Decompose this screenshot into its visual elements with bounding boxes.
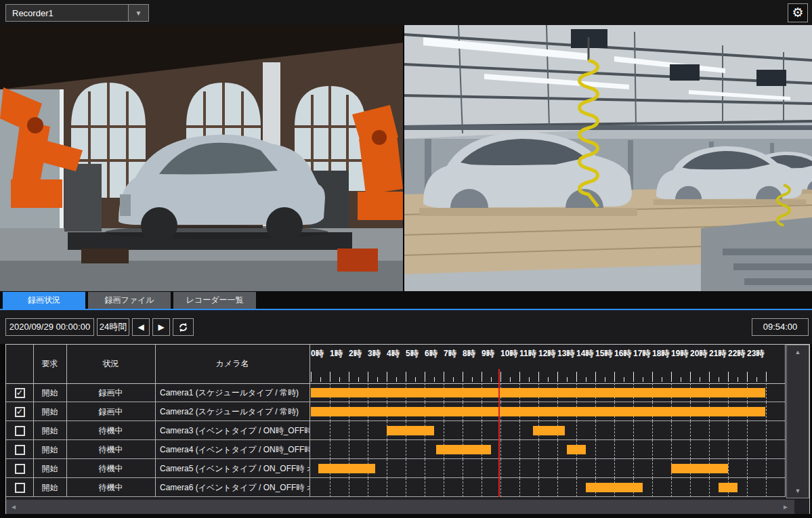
row-timeline xyxy=(309,402,785,421)
row-timeline xyxy=(309,440,785,459)
cell-status: 待機中 xyxy=(66,459,155,478)
hour-label: 16時 xyxy=(614,348,631,360)
hour-label: 21時 xyxy=(709,348,726,360)
scroll-down-icon[interactable]: ▼ xyxy=(787,485,809,496)
recording-bar xyxy=(671,464,728,473)
cell-camera-name: Camera2 (スケジュールタイプ / 常時) xyxy=(155,402,309,421)
scroll-up-icon[interactable]: ▲ xyxy=(787,347,809,358)
recording-bar xyxy=(387,426,434,435)
vertical-scrollbar[interactable]: ▲ ▼ xyxy=(786,345,809,498)
row-checkbox[interactable] xyxy=(15,445,25,455)
table-row[interactable]: 開始待機中Camera5 (イベントタイプ / ON_OFF時 オ xyxy=(6,459,785,478)
column-header-camera: カメラ名 xyxy=(155,345,309,383)
video-area xyxy=(0,25,812,291)
scrollbar-corner xyxy=(794,500,809,514)
top-bar: Recorder1 ▼ ⚙ xyxy=(0,0,812,25)
cell-request: 開始 xyxy=(33,478,66,497)
table-row[interactable]: ✓開始録画中Camera1 (スケジュールタイプ / 常時) xyxy=(6,383,785,402)
row-checkbox[interactable] xyxy=(15,464,25,474)
table-row[interactable]: ✓開始録画中Camera2 (スケジュールタイプ / 常時) xyxy=(6,402,785,421)
column-header-checkbox xyxy=(6,345,33,383)
cell-request: 開始 xyxy=(33,421,66,440)
recording-bar xyxy=(719,483,738,492)
recording-status-table: 要求 状況 カメラ名 0時1時2時3時4時5時6時7時8時9時10時11時12時… xyxy=(5,344,810,514)
gear-icon: ⚙ xyxy=(792,5,803,20)
timeline-toolbar: 2020/09/29 00:00:00 24時間 ◀ ▶ 09:54:00 xyxy=(0,310,812,344)
tab-recording-status[interactable]: 録画状況 xyxy=(3,292,85,309)
hour-label: 8時 xyxy=(463,348,475,360)
timeline-header[interactable]: 0時1時2時3時4時5時6時7時8時9時10時11時12時13時14時15時16… xyxy=(309,345,785,383)
camera-feed-2[interactable] xyxy=(404,25,812,291)
hour-label: 23時 xyxy=(747,348,764,360)
hour-label: 3時 xyxy=(368,348,381,360)
recorder-select[interactable]: Recorder1 ▼ xyxy=(5,4,149,22)
recorder-select-value: Recorder1 xyxy=(6,8,128,18)
hour-label: 18時 xyxy=(652,348,669,360)
scroll-left-icon[interactable]: ◄ xyxy=(10,500,17,514)
hour-label: 22時 xyxy=(728,348,745,360)
scroll-right-icon[interactable]: ► xyxy=(782,500,789,514)
hour-label: 1時 xyxy=(330,348,343,360)
recording-bar xyxy=(533,426,565,435)
refresh-icon xyxy=(177,321,190,334)
row-checkbox[interactable] xyxy=(15,483,25,493)
row-timeline xyxy=(309,478,785,497)
column-header-request: 要求 xyxy=(33,345,66,383)
cell-request: 開始 xyxy=(33,402,66,421)
hour-label: 0時 xyxy=(311,348,324,360)
playhead xyxy=(498,369,500,497)
hour-label: 15時 xyxy=(595,348,612,360)
recording-bar xyxy=(318,464,375,473)
recording-bar xyxy=(567,445,586,454)
row-timeline xyxy=(309,459,785,478)
horizontal-scrollbar[interactable]: ◄ ► xyxy=(6,500,794,514)
cell-status: 録画中 xyxy=(66,383,155,402)
cell-status: 録画中 xyxy=(66,402,155,421)
hour-label: 5時 xyxy=(406,348,419,360)
recording-bar xyxy=(311,407,765,416)
row-checkbox[interactable]: ✓ xyxy=(15,388,25,398)
tabs: 録画状況録画ファイルレコーダー一覧 xyxy=(3,292,256,309)
cell-camera-name: Camera6 (イベントタイプ / ON_OFF時 オ xyxy=(155,478,309,497)
camera-feed-2-image xyxy=(404,25,812,291)
table-row[interactable]: 開始待機中Camera3 (イベントタイプ / ON時_OFF時 xyxy=(6,421,785,440)
hour-label: 9時 xyxy=(482,348,494,360)
hour-label: 4時 xyxy=(387,348,400,360)
settings-button[interactable]: ⚙ xyxy=(788,3,808,22)
cell-camera-name: Camera1 (スケジュールタイプ / 常時) xyxy=(155,383,309,402)
date-display[interactable]: 2020/09/29 00:00:00 xyxy=(5,318,94,336)
cell-camera-name: Camera5 (イベントタイプ / ON_OFF時 オ xyxy=(155,459,309,478)
row-timeline xyxy=(309,421,785,440)
hour-label: 14時 xyxy=(576,348,593,360)
camera-feed-1-image xyxy=(0,25,403,291)
column-header-status: 状況 xyxy=(66,345,155,383)
hour-label: 11時 xyxy=(519,348,536,360)
table-row[interactable]: 開始待機中Camera4 (イベントタイプ / ON時_OFF時 xyxy=(6,440,785,459)
cell-request: 開始 xyxy=(33,383,66,402)
range-24h-button[interactable]: 24時間 xyxy=(97,318,129,336)
cell-camera-name: Camera3 (イベントタイプ / ON時_OFF時 xyxy=(155,421,309,440)
recorder-app-window: Recorder1 ▼ ⚙ xyxy=(0,0,812,518)
recording-bar xyxy=(586,483,643,492)
camera-feed-1[interactable] xyxy=(0,25,403,291)
current-time-display: 09:54:00 xyxy=(752,318,809,336)
table-row[interactable]: 開始待機中Camera6 (イベントタイプ / ON_OFF時 オ xyxy=(6,478,785,497)
hour-label: 13時 xyxy=(557,348,574,360)
tab-recorder-list[interactable]: レコーダー一覧 xyxy=(173,292,256,309)
hour-label: 7時 xyxy=(444,348,456,360)
hour-label: 19時 xyxy=(671,348,688,360)
cell-status: 待機中 xyxy=(66,440,155,459)
row-checkbox[interactable] xyxy=(15,426,25,436)
cell-status: 待機中 xyxy=(66,421,155,440)
tab-recording-files[interactable]: 録画ファイル xyxy=(88,292,171,309)
recording-bar xyxy=(436,445,491,454)
refresh-button[interactable] xyxy=(173,318,194,336)
next-day-button[interactable]: ▶ xyxy=(152,318,170,336)
chevron-down-icon: ▼ xyxy=(128,5,148,21)
prev-day-button[interactable]: ◀ xyxy=(132,318,150,336)
recording-bar xyxy=(311,388,765,397)
hour-label: 6時 xyxy=(425,348,437,360)
hour-label: 2時 xyxy=(349,348,362,360)
cell-status: 待機中 xyxy=(66,478,155,497)
row-checkbox[interactable]: ✓ xyxy=(15,407,25,417)
